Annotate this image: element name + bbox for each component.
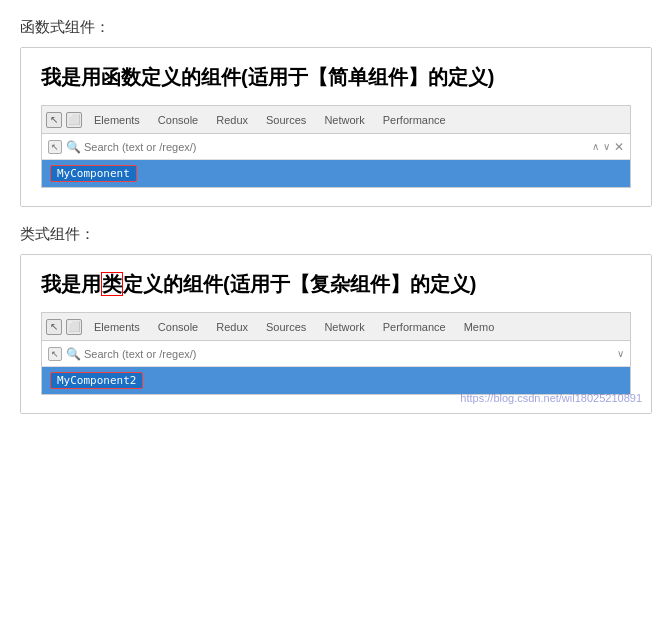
search-input-2[interactable] [84,348,613,360]
search-arrows-1: ∧ ∨ ✕ [592,140,624,154]
box-icon-2[interactable]: ⬜ [66,319,82,335]
demo-box-1: 我是用函数定义的组件(适用于【简单组件】的定义) ↖ ⬜ Elements Co… [20,47,652,207]
close-btn-1[interactable]: ✕ [614,140,624,154]
section2-label: 类式组件： [20,225,652,244]
demo-title-2: 我是用类定义的组件(适用于【复杂组件】的定义) [41,271,631,298]
tab-redux-2[interactable]: Redux [208,317,256,337]
component-tag-2[interactable]: MyComponent2 [50,372,143,389]
arrow-up-1[interactable]: ∧ [592,141,599,152]
tab-performance-1[interactable]: Performance [375,110,454,130]
tab-network-2[interactable]: Network [316,317,372,337]
arrow-down-2[interactable]: ∨ [617,348,624,359]
devtools-tabs-1: ↖ ⬜ Elements Console Redux Sources Netwo… [42,106,630,134]
tab-elements-1[interactable]: Elements [86,110,148,130]
tab-console-2[interactable]: Console [150,317,206,337]
devtools-search-bar-1: ↖ 🔍 ∧ ∨ ✕ [42,134,630,160]
devtools-panel-2: ↖ ⬜ Elements Console Redux Sources Netwo… [41,312,631,395]
search-icon-box-2: ↖ [48,347,62,361]
devtools-tree-1: MyComponent [42,160,630,187]
devtools-search-bar-2: ↖ 🔍 ∨ [42,341,630,367]
tab-memo-2[interactable]: Memo [456,317,503,337]
page-wrapper: 函数式组件： 我是用函数定义的组件(适用于【简单组件】的定义) ↖ ⬜ Elem… [20,18,652,414]
search-lens-2: 🔍 [66,347,80,361]
tab-sources-2[interactable]: Sources [258,317,314,337]
tab-console-1[interactable]: Console [150,110,206,130]
box-icon-1[interactable]: ⬜ [66,112,82,128]
search-input-1[interactable] [84,141,588,153]
search-lens-1: 🔍 [66,140,80,154]
tab-performance-2[interactable]: Performance [375,317,454,337]
highlight-char: 类 [101,272,123,296]
tab-elements-2[interactable]: Elements [86,317,148,337]
devtools-panel-1: ↖ ⬜ Elements Console Redux Sources Netwo… [41,105,631,188]
search-arrows-2: ∨ [617,348,624,359]
tab-redux-1[interactable]: Redux [208,110,256,130]
devtools-tabs-2: ↖ ⬜ Elements Console Redux Sources Netwo… [42,313,630,341]
demo-content-2: 我是用类定义的组件(适用于【复杂组件】的定义) ↖ ⬜ Elements Con… [21,255,651,413]
cursor-icon-2[interactable]: ↖ [46,319,62,335]
search-icon-box-1: ↖ [48,140,62,154]
devtools-tree-2: MyComponent2 [42,367,630,394]
demo-title-1: 我是用函数定义的组件(适用于【简单组件】的定义) [41,64,631,91]
demo-content-1: 我是用函数定义的组件(适用于【简单组件】的定义) ↖ ⬜ Elements Co… [21,48,651,206]
arrow-down-1[interactable]: ∨ [603,141,610,152]
tab-network-1[interactable]: Network [316,110,372,130]
demo-box-2: 我是用类定义的组件(适用于【复杂组件】的定义) ↖ ⬜ Elements Con… [20,254,652,414]
tab-sources-1[interactable]: Sources [258,110,314,130]
component-tag-1[interactable]: MyComponent [50,165,137,182]
cursor-icon-1[interactable]: ↖ [46,112,62,128]
section1-label: 函数式组件： [20,18,652,37]
